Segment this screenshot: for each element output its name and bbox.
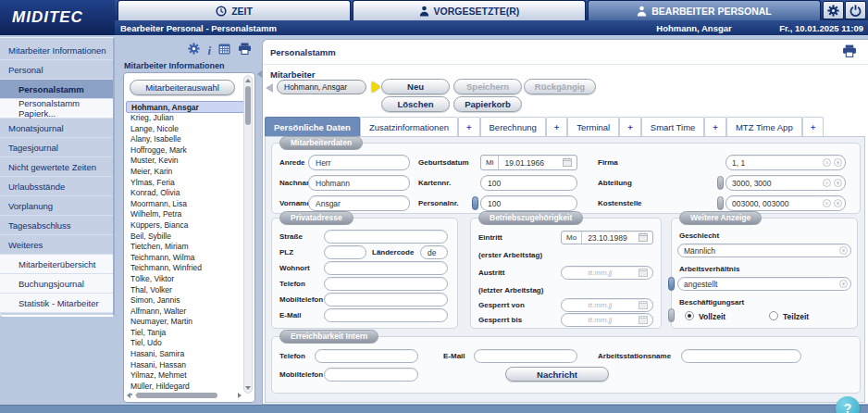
employee-list-item[interactable]: Muster, Kevin [126,156,244,167]
wohnort-field[interactable] [324,261,448,275]
dropdown-icon[interactable]: ▾ [834,179,842,187]
gear-icon[interactable] [188,42,200,58]
neu-button[interactable]: Neu [381,79,450,94]
employee-list-item[interactable]: Hohmann, Ansgar [126,101,244,113]
employee-selector[interactable]: Hohmann, Ansgar [277,80,366,94]
calendar-icon[interactable] [639,300,648,311]
personalnr-grip[interactable] [472,196,478,210]
employee-list-item[interactable]: Teichmann, Winfried [126,263,244,274]
form-tab[interactable]: Smart Time [641,117,705,136]
anrede-field[interactable] [308,155,410,170]
sidebar-item[interactable]: Tagesjournal [0,138,113,157]
teilzeit-radio[interactable] [769,311,778,320]
eintritt-field[interactable]: Mo 23.10.1989 [561,231,653,244]
nachricht-button[interactable]: Nachricht [505,367,609,382]
rueckgaengig-button[interactable]: Rückgängig [524,79,596,94]
employee-list-item[interactable]: Hoffrogge, Mark [126,145,244,156]
vollzeit-radio[interactable] [685,311,694,320]
employee-list-item[interactable]: Hasani, Hassan [126,360,244,371]
employee-list-item[interactable]: Yilmaz, Mehmet [126,370,244,382]
employee-list-item[interactable]: Hasani, Samira [126,349,244,360]
plz-field[interactable] [324,245,366,259]
clear-icon[interactable]: × [823,179,831,187]
calendar-icon[interactable] [639,315,648,326]
form-tab[interactable]: Berechnung [480,117,546,136]
dropdown-icon[interactable]: ▾ [839,280,848,288]
form-tab[interactable]: Persönliche Daten [265,117,360,136]
clear-icon[interactable]: × [823,199,831,207]
beschaeftigungsart-grip[interactable] [668,308,675,322]
email-intern-field[interactable] [474,349,577,363]
form-tab[interactable]: Terminal [567,117,619,136]
printer-icon[interactable] [238,42,252,58]
vorname-field[interactable] [308,195,410,211]
employee-list-item[interactable]: Konrad, Olivia [126,188,244,199]
sidebar-item[interactable]: Buchungsjournal [0,274,113,294]
form-tab[interactable]: + [546,117,568,136]
employee-list-item[interactable]: Teichmann, Wilma [126,253,244,264]
kartennr-field[interactable] [480,175,577,191]
calendar-icon[interactable] [563,157,572,169]
calendar-icon[interactable] [639,268,648,279]
employee-list-item[interactable]: Meier, Karin [126,167,244,178]
employee-list-item[interactable]: Thal, Volker [126,285,244,296]
papierkorb-button[interactable]: Papierkorb [453,96,522,112]
scroll-left-icon[interactable] [127,393,130,398]
dropdown-icon[interactable]: ▾ [834,199,842,207]
tab-zeit[interactable]: ZEIT [118,0,351,20]
scroll-up-icon[interactable] [245,79,251,82]
sidebar-item[interactable]: Personal [0,60,113,80]
sidebar-item[interactable]: Monatsjournal [0,119,113,138]
sidebar-item[interactable]: Vorplanung [0,196,113,216]
sidebar-item[interactable]: Mitarbeiter Informationen [0,41,113,60]
sidebar-item[interactable]: Urlaubsstände [0,177,113,196]
employee-list-item[interactable]: Müller, Hildegard [126,382,244,393]
employee-list-item[interactable]: Beil, Sybille [126,232,244,243]
employee-list-item[interactable]: Krieg, Julian [126,113,244,124]
strasse-field[interactable] [324,230,448,244]
kostenstelle-field[interactable]: 003000, 003000 ×▾ [725,195,846,211]
sidebar-item[interactable]: Mitarbeiterübersicht [0,255,113,274]
laendercode-field[interactable] [420,245,448,259]
sidebar-item[interactable]: Nicht gewertete Zeiten [0,157,113,177]
employee-list-item[interactable]: Alfmann, Walter [126,307,244,318]
vertical-scrollbar[interactable] [243,75,253,394]
calendar-icon[interactable] [218,42,230,58]
form-tab[interactable]: + [458,117,480,136]
info-icon[interactable]: i [207,44,211,56]
mitarbeiterauswahl-button[interactable]: Mitarbeiterauswahl [130,80,235,95]
speichern-button[interactable]: Speichern [453,79,522,94]
geburtsdatum-field[interactable]: Mi 19.01.1966 [480,155,577,170]
sidebar-item[interactable]: Personalstamm [0,80,113,99]
employee-list-item[interactable]: Tiel, Udo [126,338,244,349]
form-tab[interactable]: + [619,117,641,136]
employee-list-item[interactable]: Lange, Nicole [126,124,244,135]
gesperrt-bis-field[interactable]: tt.mm.jj [561,313,653,327]
nachname-field[interactable] [308,175,410,191]
employee-list-item[interactable]: Küppers, Bianca [126,220,244,232]
employee-list-item[interactable]: Moormann, Lisa [126,199,244,210]
employee-list-item[interactable]: Tölke, Viktor [126,274,244,285]
sidebar-item[interactable]: Statistik - Mitarbeiter [0,294,113,313]
arbeitsstationsname-field[interactable] [681,349,801,363]
arbeitsverhaeltnis-grip[interactable] [668,277,675,291]
tab-vorgesetzte[interactable]: VORGESETZTE(R) [353,0,586,20]
form-tab[interactable]: Zusatzinformationen [360,117,458,136]
personalnr-field[interactable] [480,195,577,211]
arbeitsverhaeltnis-dropdown[interactable]: angestellt ▾ [677,277,851,291]
geschlecht-dropdown[interactable]: Männlich ▾ [677,244,851,257]
gesperrt-von-field[interactable]: tt.mm.jj [561,298,653,312]
calendar-icon[interactable] [639,232,648,244]
scroll-down-icon[interactable] [245,386,251,390]
abteilung-grip[interactable] [717,176,724,190]
sidebar-item[interactable]: Tagesabschluss [0,216,113,235]
telefon-intern-field[interactable] [315,349,418,363]
email-field[interactable] [324,308,448,322]
form-tab[interactable]: MTZ Time App [726,117,802,136]
settings-button[interactable] [823,1,844,19]
tab-bearbeiter-personal[interactable]: BEARBEITER PERSONAL [588,0,821,20]
kostenstelle-grip[interactable] [717,196,724,210]
employee-list-item[interactable]: Ylmas, Feria [126,178,244,189]
logout-button[interactable] [845,1,866,19]
previous-employee-arrow-icon[interactable] [266,83,273,93]
